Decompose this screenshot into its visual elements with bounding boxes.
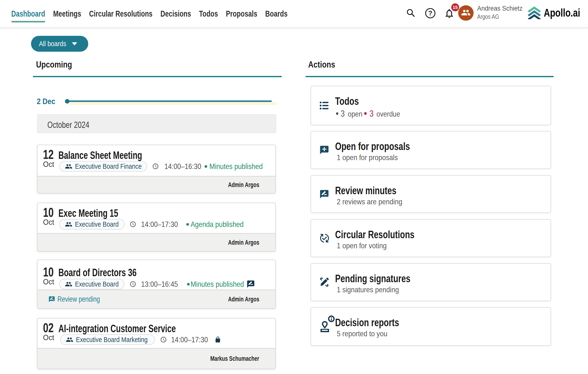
- svg-text:?: ?: [428, 10, 432, 17]
